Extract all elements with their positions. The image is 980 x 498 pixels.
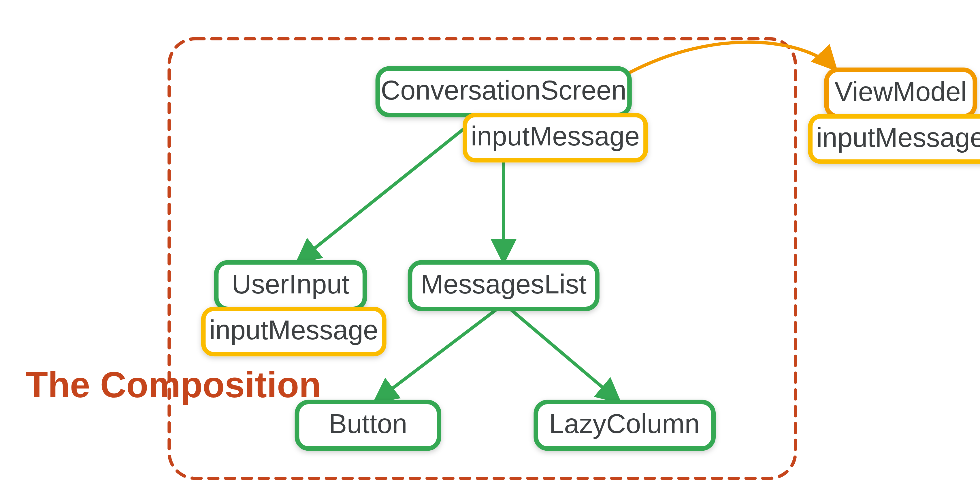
- edge-conversationscreen-viewmodel: [626, 42, 836, 74]
- state-viewmodel-inputmessage: inputMessage: [810, 116, 980, 161]
- node-userinput: UserInput: [216, 262, 364, 309]
- node-button: Button: [297, 402, 439, 449]
- node-conversationscreen-label: ConversationScreen: [381, 75, 626, 105]
- state-userinput-inputmessage: inputMessage: [204, 309, 384, 354]
- node-messageslist-label: MessagesList: [421, 269, 587, 299]
- node-lazycolumn: LazyColumn: [536, 402, 713, 449]
- composition-title: The Composition: [26, 364, 321, 405]
- state-viewmodel-inputmessage-label: inputMessage: [816, 122, 980, 153]
- state-conversationscreen-inputmessage-label: inputMessage: [471, 121, 640, 151]
- node-conversationscreen: ConversationScreen: [378, 69, 630, 115]
- state-userinput-inputmessage-label: inputMessage: [209, 315, 378, 345]
- edge-messageslist-lazycolumn: [510, 309, 620, 402]
- edge-conversationscreen-userinput: [297, 115, 481, 263]
- edge-messageslist-button: [374, 309, 497, 402]
- node-userinput-label: UserInput: [232, 269, 349, 299]
- node-messageslist: MessagesList: [410, 262, 597, 309]
- diagram-canvas: The Composition ConversationScreen input…: [0, 0, 980, 498]
- node-lazycolumn-label: LazyColumn: [549, 409, 700, 439]
- node-viewmodel-label: ViewModel: [835, 77, 967, 107]
- node-viewmodel: ViewModel: [826, 70, 975, 116]
- node-button-label: Button: [329, 409, 407, 439]
- state-conversationscreen-inputmessage: inputMessage: [465, 115, 646, 160]
